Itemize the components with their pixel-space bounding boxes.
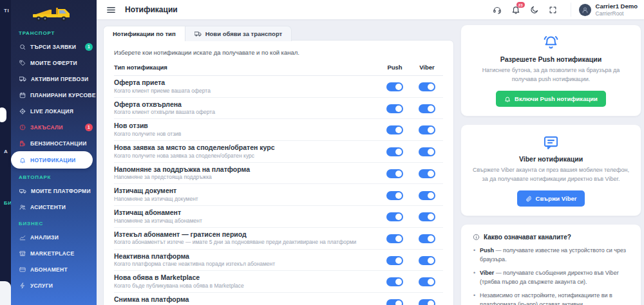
tab-нотификации-по-тип[interactable]: Нотификации по тип: [104, 26, 185, 41]
enable-push-label: Включи Push нотификации: [515, 95, 598, 102]
push-toggle[interactable]: [386, 277, 403, 286]
sidebar-item-label: ЗАКЪСАЛИ: [30, 124, 63, 131]
sidebar-item-label: ТЪРСИ ЗАЯВКИ: [30, 44, 76, 50]
tab-нови-обяви-за-транспорт[interactable]: Нови обяви за транспорт: [185, 26, 292, 41]
viber-toggle[interactable]: [419, 125, 435, 134]
row-title: Оферта приета: [114, 79, 379, 88]
calendar-icon: [19, 92, 26, 98]
truck2-icon: [19, 187, 26, 194]
row-title: Изтекъл абонамент — гратисен период: [114, 230, 379, 239]
fullscreen-icon[interactable]: [549, 6, 557, 14]
row-title: Снимка на платформа: [114, 295, 379, 304]
app-logo-truck[interactable]: [11, 0, 97, 24]
info-bullet: Viber — получавате съобщения директно въ…: [473, 269, 629, 286]
link-icon: [526, 196, 532, 202]
notifications-by-type-panel: Изберете кои нотификации искате да получ…: [103, 40, 454, 305]
notifications-panel: Нотификации по типНови обяви за транспор…: [103, 26, 454, 305]
sidebar-item-абонамент[interactable]: АБОНАМЕНТ: [11, 261, 97, 277]
notification-row: Нова заявка за място за споделен/обратен…: [114, 141, 443, 163]
sidebar-item-badge: 1: [85, 43, 93, 51]
row-title: Нова заявка за място за споделен/обратен…: [114, 143, 379, 152]
viber-card-text: Свържете Viber акаунта си през вашия моб…: [473, 166, 629, 183]
avatar: [579, 4, 591, 16]
push-toggle[interactable]: [386, 104, 403, 113]
push-toggle[interactable]: [386, 147, 403, 156]
column-push: Push: [379, 64, 411, 71]
bell-ring-icon: [542, 34, 560, 51]
sidebar-item-услуги[interactable]: УСЛУГИ: [11, 277, 97, 293]
viber-toggle[interactable]: [419, 256, 435, 265]
push-toggle[interactable]: [386, 125, 403, 134]
user-menu[interactable]: Carrier1 Demo CarrierRoot: [571, 3, 638, 17]
dark-mode-moon-icon[interactable]: [530, 5, 539, 14]
channels-card-title: Какво означават каналите?: [484, 234, 571, 241]
sidebar-item-label: УСЛУГИ: [30, 282, 53, 289]
page-corner: [0, 281, 11, 305]
viber-toggle[interactable]: [419, 299, 435, 305]
sidebar-item-планирани-курсове[interactable]: ПЛАНИРАНИ КУРСОВЕ: [11, 87, 97, 103]
sidebar-item-label: LIVE ЛОКАЦИЯ: [30, 108, 73, 115]
sidebar-item-нотификации[interactable]: НОТИФИКАЦИИ: [11, 151, 93, 169]
user-name: Carrier1 Demo: [596, 3, 638, 10]
viber-toggle[interactable]: [419, 191, 435, 200]
cutoff-label: А: [4, 149, 8, 154]
sidebar-item-badge: 1: [85, 124, 93, 131]
viber-toggle[interactable]: [419, 82, 435, 91]
hamburger-menu-icon[interactable]: [106, 5, 116, 15]
push-toggle[interactable]: [386, 169, 403, 178]
row-title: Нов отзив: [114, 122, 379, 131]
viber-toggle[interactable]: [419, 169, 435, 178]
row-subtitle: Когато бъде публикувана нова обява в Mar…: [114, 282, 379, 290]
sidebar: ТРАНСПОРТТЪРСИ ЗАЯВКИ1МОИТЕ ОФЕРТИАКТИВН…: [11, 0, 97, 305]
viber-card-title: Viber нотификации: [473, 155, 629, 163]
sidebar-item-marketplace[interactable]: MARKETPLACE: [11, 245, 97, 261]
row-subtitle: Когато получите нов отзив: [114, 131, 379, 138]
sidebar-item-моите-оферти[interactable]: МОИТЕ ОФЕРТИ: [11, 55, 97, 71]
support-headset-icon[interactable]: [493, 5, 502, 14]
cutoff-label: TI: [4, 8, 9, 14]
row-subtitle: Когато клиент отхвърли вашата оферта: [114, 109, 379, 116]
push-toggle[interactable]: [386, 234, 403, 243]
cutoff-highlight: [0, 107, 6, 122]
tab-label: Нотификации по тип: [113, 30, 176, 37]
push-toggle[interactable]: [386, 191, 403, 200]
sidebar-item-активни-превози[interactable]: АКТИВНИ ПРЕВОЗИ: [11, 71, 97, 87]
card-icon: [19, 266, 26, 273]
chart-icon: [19, 234, 26, 241]
viber-toggle[interactable]: [419, 104, 435, 113]
sidebar-item-асистенти[interactable]: АСИСТЕНТИ: [11, 199, 97, 215]
connect-viber-button[interactable]: Свържи Viber: [517, 190, 585, 207]
search-icon: [19, 44, 26, 50]
bell-badge: 23: [516, 2, 525, 8]
tab-label: Нови обяви за транспорт: [205, 30, 283, 37]
push-toggle[interactable]: [386, 299, 403, 305]
row-subtitle: Когато абонаментът изтече — имате 5 дни …: [114, 239, 379, 246]
truck-icon: [194, 30, 202, 37]
enable-push-button[interactable]: Включи Push нотификации: [496, 91, 606, 107]
sidebar-item-label: АКТИВНИ ПРЕВОЗИ: [31, 76, 89, 82]
push-toggle[interactable]: [386, 82, 403, 91]
push-toggle[interactable]: [386, 212, 403, 221]
sidebar-item-търси-заявки[interactable]: ТЪРСИ ЗАЯВКИ1: [11, 39, 97, 55]
notifications-bell-icon[interactable]: 23: [511, 5, 520, 14]
viber-toggle[interactable]: [419, 212, 435, 221]
sidebar-item-бензиностанции[interactable]: БЕНЗИНОСТАНЦИИ: [11, 135, 97, 151]
viber-toggle[interactable]: [419, 234, 435, 243]
row-subtitle: Напомняне за изтичащ абонамент: [114, 217, 379, 225]
store-icon: [19, 250, 26, 257]
top-header: Нотификации 23 Carrier1 Demo CarrierRoot: [97, 0, 644, 19]
row-subtitle: Напомняне за предстояща поддръжка: [114, 174, 379, 181]
column-type: Тип нотификация: [114, 64, 379, 71]
viber-toggle[interactable]: [419, 277, 435, 286]
bolt-icon: [19, 282, 26, 289]
sidebar-item-анализи[interactable]: АНАЛИЗИ: [11, 229, 97, 245]
row-title: Неактивна платформа: [114, 252, 379, 261]
row-subtitle: Напомняне за изтичащ документ: [114, 196, 379, 203]
viber-toggle[interactable]: [419, 147, 435, 156]
sidebar-item-live-локация[interactable]: LIVE ЛОКАЦИЯ: [11, 103, 97, 119]
row-subtitle: Когато клиент приеме вашата оферта: [114, 88, 379, 95]
sidebar-item-закъсали[interactable]: ЗАКЪСАЛИ1: [11, 119, 97, 135]
sidebar-item-моите-платформи[interactable]: МОИТЕ ПЛАТФОРМИ: [11, 183, 97, 199]
bell-small-icon: [504, 96, 511, 102]
push-toggle[interactable]: [386, 256, 403, 265]
